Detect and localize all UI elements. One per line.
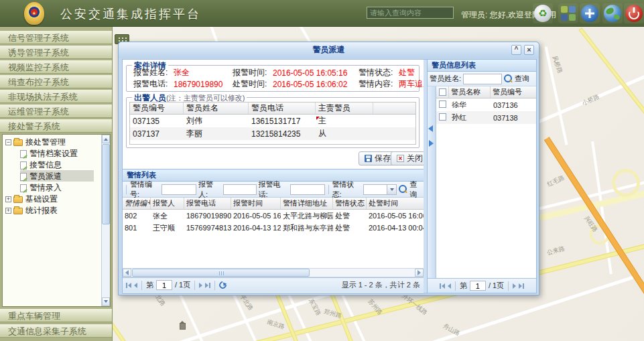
page-number-input[interactable] (470, 281, 486, 291)
checkbox[interactable] (439, 100, 446, 108)
table-row[interactable]: 801 王守顺 15769974813 2016-04-13 12:... 郑和… (123, 222, 424, 234)
first-page-button[interactable] (440, 283, 445, 289)
column-header[interactable]: 警员编号 (130, 103, 184, 114)
tree-node-archive[interactable]: 警情档案设置 (20, 148, 78, 159)
horizontal-scrollbar[interactable] (123, 268, 424, 277)
apps-grid-button[interactable] (558, 3, 578, 23)
scroll-up-icon[interactable] (102, 135, 110, 143)
sidebar-item-offsite[interactable]: 非现场执法子系统 (0, 90, 112, 103)
checkbox[interactable] (439, 113, 446, 121)
officer-search-button[interactable]: 查询 (515, 74, 529, 84)
caller-name-input[interactable] (223, 184, 257, 195)
refresh-icon[interactable] (218, 280, 228, 290)
tree-node-entry[interactable]: 警情录入 (20, 182, 62, 194)
sidebar-item-signal[interactable]: 信号管理子系统 (0, 31, 112, 44)
next-page-button[interactable] (513, 283, 516, 289)
close-window-icon[interactable] (524, 45, 534, 55)
filter-label: 警员姓名: (430, 74, 461, 84)
tree-node-dispatch-selected[interactable]: 警员派遣 (20, 171, 62, 182)
caller-phone-input[interactable] (290, 184, 325, 195)
incident-grid-header[interactable]: 警情编号 报警人 报警电话 报警时间 警情详细地址 警情状态 处警时间 (123, 198, 424, 210)
field-value: 18679019890 (174, 80, 233, 89)
next-page-button[interactable] (199, 283, 202, 288)
logout-button[interactable] (624, 3, 644, 23)
table-row[interactable]: 孙红 037138 (436, 111, 536, 124)
table-row[interactable]: 037137 李丽 13215814235 从 (130, 127, 415, 140)
sidebar-item-dispatch[interactable]: 接处警子系统 (0, 119, 112, 133)
dispatch-grid-header[interactable]: 警员编号 警员姓名 警员电话 主责警员 (130, 103, 415, 115)
tree-node-statistics[interactable]: + 统计报表 (3, 205, 58, 216)
column-header-sorted[interactable]: 警情编号 (123, 198, 151, 209)
recycle-icon: ♻ (534, 5, 552, 22)
incident-id-input[interactable] (162, 184, 196, 195)
map-mode-button[interactable] (602, 3, 623, 23)
table-row[interactable]: 徐华 037136 (436, 98, 536, 111)
field-value: 处警 (399, 67, 415, 78)
sidebar-item-maintenance[interactable]: 运维管理子系统 (0, 105, 112, 118)
officer-name-input[interactable] (463, 74, 502, 84)
sidebar: 信号管理子系统 诱导管理子系统 视频监控子系统 缉查布控子系统 非现场执法子系统… (0, 27, 113, 341)
scroll-left-icon[interactable] (123, 269, 131, 277)
last-page-button[interactable] (205, 283, 210, 288)
recycle-button[interactable]: ♻ (533, 3, 553, 23)
expand-expander-icon[interactable]: + (5, 208, 11, 214)
scrollbar-thumb[interactable] (132, 269, 310, 277)
column-header[interactable]: 警员编号 (491, 86, 536, 98)
expand-expander-icon[interactable]: + (5, 196, 11, 202)
window-body: 案件详情 报警姓名: 张全 报警时间: 2016-05-05 16:05:16 … (122, 59, 537, 293)
checkbox[interactable] (439, 88, 446, 96)
column-header[interactable]: 报警电话 (184, 198, 231, 209)
field-label: 报警电话: (133, 78, 174, 90)
first-page-button[interactable] (126, 283, 131, 288)
sidebar-item-checkcontrol[interactable]: 缉查布控子系统 (0, 75, 112, 88)
header-search-input[interactable] (367, 7, 454, 19)
collapse-window-icon[interactable] (511, 45, 521, 55)
tree-scrollbar[interactable] (101, 135, 110, 306)
last-page-button[interactable] (519, 283, 524, 289)
sidebar-item-guidance[interactable]: 诱导管理子系统 (0, 46, 112, 59)
sidebar-item-key-vehicles[interactable]: 重点车辆管理 (0, 309, 112, 322)
collapse-expander-icon[interactable]: − (5, 139, 11, 145)
folder-icon (13, 196, 23, 203)
column-header[interactable]: 报警人 (151, 198, 184, 209)
column-header[interactable]: 警情状态 (333, 198, 367, 209)
column-header[interactable]: 警员姓名 (184, 103, 249, 114)
transfer-right-icon[interactable] (429, 140, 434, 147)
sidebar-item-video[interactable]: 视频监控子系统 (0, 60, 112, 74)
transfer-left-icon[interactable] (428, 125, 433, 132)
sidebar-item-traffic-info[interactable]: 交通信息采集子系统 (0, 324, 112, 338)
officer-grid-header[interactable]: 警员名称 警员编号 (436, 86, 536, 98)
add-button[interactable] (580, 3, 600, 23)
scroll-down-icon[interactable] (102, 297, 110, 306)
tree-node-root[interactable]: − 接处警管理 (3, 137, 66, 148)
tree-node-basic-settings[interactable]: + 基础设置 (3, 194, 58, 205)
table-row[interactable]: 802 张全 18679019890 2016-05-05 16:... 太平北… (123, 210, 424, 222)
incident-pagination-bar: 第 / 1页 显示 1 - 2 条，共计 2 条 (123, 277, 424, 292)
incident-search-button[interactable]: 查询 (409, 180, 424, 200)
prev-page-button[interactable] (134, 283, 137, 288)
table-row[interactable]: 037135 刘伟 13615131717 主 (130, 115, 415, 127)
incident-status-combo[interactable] (363, 184, 397, 195)
column-header[interactable]: 处警时间 (367, 198, 424, 209)
column-header[interactable]: 警员名称 (449, 86, 491, 98)
scroll-right-icon[interactable] (415, 269, 424, 277)
dots-icon (119, 38, 120, 39)
leaf-icon (20, 184, 27, 192)
select-all-checkbox-cell[interactable] (436, 86, 449, 98)
tree-node-label: 警情录入 (29, 182, 62, 194)
search-icon[interactable] (504, 74, 513, 83)
column-header[interactable]: 警情详细地址 (281, 198, 333, 209)
search-icon[interactable] (399, 185, 407, 194)
incident-status-input[interactable] (363, 184, 387, 195)
field-label: 警情内容: (359, 78, 399, 90)
combo-arrow-icon[interactable] (387, 184, 397, 195)
column-header[interactable]: 报警时间 (231, 198, 281, 209)
map-interchange-loop (612, 169, 640, 197)
tree-node-receive[interactable]: 接警信息 (20, 159, 62, 171)
scrollbar-thumb[interactable] (102, 144, 110, 224)
page-prefix: 第 (460, 281, 467, 291)
column-header[interactable]: 警员电话 (249, 103, 316, 114)
page-number-input[interactable] (156, 280, 172, 290)
prev-page-button[interactable] (448, 283, 451, 289)
column-header[interactable]: 主责警员 (316, 103, 373, 114)
